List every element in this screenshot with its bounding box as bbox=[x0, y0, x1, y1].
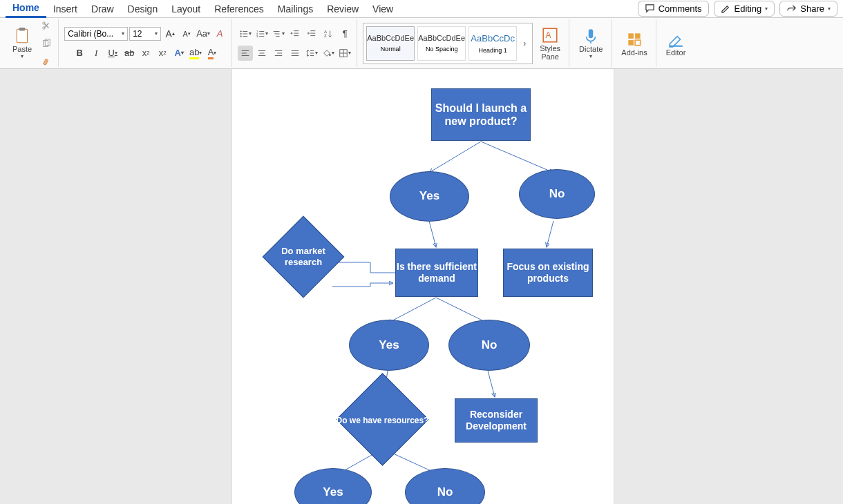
editing-button[interactable]: Editing ▾ bbox=[714, 1, 775, 17]
flow-no-2[interactable]: No bbox=[448, 320, 530, 371]
style-name: No Spacing bbox=[426, 46, 458, 52]
chevron-down-icon: ▾ bbox=[828, 6, 831, 12]
align-left-icon bbox=[240, 48, 250, 58]
styles-pane-icon: A bbox=[541, 26, 559, 44]
outdent-icon bbox=[290, 29, 300, 39]
cut-button[interactable] bbox=[39, 18, 54, 33]
flow-yes-1[interactable]: Yes bbox=[390, 171, 469, 222]
sort-button[interactable]: AZ bbox=[321, 26, 336, 41]
numbering-button[interactable]: 123▾ bbox=[254, 26, 269, 41]
font-name-select[interactable]: Calibri (Bo...▾ bbox=[64, 27, 128, 41]
svg-line-24 bbox=[481, 142, 553, 173]
italic-button[interactable]: I bbox=[88, 46, 104, 61]
voice-group: Dictate ▾ bbox=[571, 19, 612, 67]
chevron-down-icon: ▾ bbox=[155, 30, 158, 37]
comments-label: Comments bbox=[659, 3, 702, 14]
line-spacing-button[interactable]: ▾ bbox=[304, 46, 319, 61]
tab-design[interactable]: Design bbox=[121, 1, 165, 17]
bold-button[interactable]: B bbox=[72, 46, 87, 61]
clear-formatting-button[interactable]: A bbox=[212, 26, 227, 41]
strikethrough-button[interactable]: ab bbox=[122, 46, 137, 61]
tab-view[interactable]: View bbox=[366, 1, 400, 17]
svg-text:A: A bbox=[546, 30, 551, 40]
styles-pane-button[interactable]: A Styles Pane bbox=[536, 26, 565, 61]
style-normal[interactable]: AaBbCcDdEeNormal bbox=[366, 26, 415, 61]
align-center-icon bbox=[257, 48, 267, 58]
flow-start-question[interactable]: Should I launch a new product? bbox=[431, 88, 531, 141]
tab-review[interactable]: Review bbox=[320, 1, 366, 17]
borders-button[interactable]: ▾ bbox=[337, 46, 352, 61]
justify-button[interactable] bbox=[287, 46, 303, 61]
document-page[interactable]: Should I launch a new product? Yes No Do… bbox=[232, 69, 614, 504]
font-color-button[interactable]: A▾ bbox=[205, 46, 220, 61]
flow-reconsider-box[interactable]: Reconsider Development bbox=[455, 398, 538, 443]
borders-icon bbox=[339, 48, 348, 58]
tab-layout[interactable]: Layout bbox=[164, 1, 207, 17]
paintbrush-icon bbox=[41, 57, 51, 66]
comments-button[interactable]: Comments bbox=[638, 1, 709, 17]
flow-yes-3[interactable]: Yes bbox=[294, 468, 372, 504]
superscript-button[interactable]: x2 bbox=[155, 46, 170, 61]
paste-button[interactable]: Paste ▾ bbox=[8, 27, 36, 59]
chevron-down-icon: ▾ bbox=[21, 53, 23, 59]
tab-draw[interactable]: Draw bbox=[84, 1, 121, 17]
flow-no-3[interactable]: No bbox=[405, 468, 485, 504]
show-marks-button[interactable]: ¶ bbox=[337, 26, 352, 41]
text-effects-button[interactable]: A▾ bbox=[171, 46, 187, 61]
styles-more-button[interactable]: › bbox=[520, 26, 529, 61]
share-icon bbox=[786, 3, 797, 14]
increase-indent-button[interactable] bbox=[304, 26, 319, 41]
style-no-spacing[interactable]: AaBbCcDdEeNo Spacing bbox=[417, 26, 466, 61]
grow-font-button[interactable]: A▴ bbox=[162, 26, 178, 41]
dictate-label: Dictate bbox=[579, 45, 603, 53]
flow-focus-box[interactable]: Focus on existing products bbox=[503, 249, 593, 297]
align-left-button[interactable] bbox=[238, 46, 253, 61]
flow-yes-2[interactable]: Yes bbox=[349, 320, 429, 371]
format-painter-button[interactable] bbox=[39, 54, 54, 69]
highlight-button[interactable]: ab▾ bbox=[188, 46, 203, 61]
svg-point-6 bbox=[240, 30, 242, 32]
menu-tabs: Home Insert Draw Design Layout Reference… bbox=[0, 0, 843, 18]
underline-button[interactable]: U▾ bbox=[105, 46, 120, 61]
chevron-down-icon: ▾ bbox=[122, 30, 124, 37]
paragraph-group: ▾ 123▾ ▾ AZ ¶ ▾ ▾ ▾ bbox=[234, 19, 357, 67]
styles-pane-label: Styles Pane bbox=[540, 44, 560, 61]
addins-button[interactable]: Add-ins bbox=[617, 30, 651, 57]
flow-decision-resources[interactable]: Do we have resources? bbox=[329, 381, 436, 461]
tab-insert[interactable]: Insert bbox=[46, 1, 84, 17]
style-sample: AaBbCcDdEe bbox=[418, 34, 465, 42]
svg-line-30 bbox=[488, 371, 495, 397]
flow-demand-box[interactable]: Is there sufficient demand bbox=[395, 249, 478, 297]
dictate-button[interactable]: Dictate ▾ bbox=[575, 27, 607, 59]
share-button[interactable]: Share ▾ bbox=[779, 1, 837, 17]
shrink-font-button[interactable]: A▾ bbox=[179, 26, 194, 41]
editor-button[interactable]: Editor bbox=[662, 30, 690, 57]
multilevel-button[interactable]: ▾ bbox=[271, 26, 286, 41]
document-canvas[interactable]: Should I launch a new product? Yes No Do… bbox=[0, 69, 843, 504]
svg-point-7 bbox=[240, 32, 242, 34]
subscript-button[interactable]: x2 bbox=[138, 46, 153, 61]
copy-button[interactable] bbox=[39, 36, 54, 51]
tab-home[interactable]: Home bbox=[6, 0, 46, 18]
svg-line-23 bbox=[429, 142, 481, 173]
tab-mailings[interactable]: Mailings bbox=[271, 1, 320, 17]
svg-point-8 bbox=[240, 35, 242, 37]
bullets-button[interactable]: ▾ bbox=[238, 26, 253, 41]
align-center-button[interactable] bbox=[254, 46, 269, 61]
clipboard-icon bbox=[13, 27, 31, 45]
addins-label: Add-ins bbox=[621, 48, 647, 57]
flow-no-1[interactable]: No bbox=[519, 169, 595, 219]
flow-decision-research[interactable]: Do market research bbox=[263, 216, 344, 298]
align-right-button[interactable] bbox=[271, 46, 286, 61]
style-heading-1[interactable]: AaBbCcDcHeading 1 bbox=[468, 26, 517, 61]
justify-icon bbox=[290, 48, 300, 58]
svg-line-26 bbox=[547, 221, 553, 247]
flow-decision-label: Do market research bbox=[263, 216, 344, 298]
svg-rect-18 bbox=[589, 29, 594, 38]
tab-references[interactable]: References bbox=[207, 1, 271, 17]
shading-button[interactable]: ▾ bbox=[321, 46, 336, 61]
editor-label: Editor bbox=[666, 48, 686, 57]
change-case-button[interactable]: Aa▾ bbox=[196, 26, 211, 41]
decrease-indent-button[interactable] bbox=[287, 26, 303, 41]
font-size-select[interactable]: 12▾ bbox=[129, 27, 161, 41]
